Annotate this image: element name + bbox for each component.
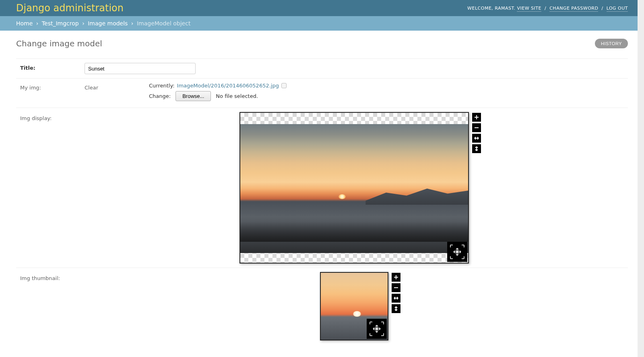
user-tools: WELCOME, RAMAST. VIEW SITE / CHANGE PASS…: [467, 6, 628, 11]
view-site-link[interactable]: VIEW SITE: [517, 6, 541, 12]
separator: /: [545, 6, 546, 11]
site-header: Django administration WELCOME, RAMAST. V…: [0, 0, 644, 16]
fit-horizontal-button[interactable]: [472, 134, 481, 143]
separator: /: [601, 6, 603, 11]
breadcrumb: Home › Test_Imgcrop › Image models › Ima…: [0, 16, 644, 31]
field-row-title: Title:: [16, 58, 628, 79]
fit-horizontal-button[interactable]: [392, 294, 400, 303]
field-row-img-display: Img display:: [16, 108, 628, 268]
move-handle[interactable]: [367, 319, 387, 339]
zoom-out-button[interactable]: [472, 123, 481, 132]
field-row-myimg: My img: Clear Currently: ImageModel/2016…: [16, 79, 628, 108]
zoom-in-button[interactable]: [392, 273, 400, 282]
no-file-text: No file selected.: [216, 93, 258, 99]
move-handle[interactable]: [447, 242, 467, 262]
fit-vertical-button[interactable]: [392, 304, 400, 313]
breadcrumb-home[interactable]: Home: [16, 20, 33, 27]
img-thumbnail-cropper[interactable]: [320, 272, 388, 340]
currently-label: Currently:: [149, 83, 175, 89]
browse-button[interactable]: Browse...: [175, 91, 211, 101]
mountains: [365, 185, 468, 205]
sun: [353, 311, 361, 317]
img-thumbnail-label: Img thumbnail:: [20, 272, 85, 340]
myimg-label: My img:: [20, 83, 85, 91]
img-display-cropper[interactable]: [239, 112, 469, 264]
zoom-out-button[interactable]: [392, 283, 400, 292]
field-row-img-thumbnail: Img thumbnail:: [16, 268, 628, 345]
content: Change image model HISTORY Title: My img…: [0, 31, 644, 353]
change-password-link[interactable]: CHANGE PASSWORD: [549, 6, 598, 12]
current-file-link[interactable]: ImageModel/2016/2014606052652.jpg: [177, 83, 279, 89]
img-display-label: Img display:: [20, 112, 85, 264]
branding: Django administration: [16, 2, 124, 14]
clear-label: Clear: [85, 83, 149, 91]
zoom-in-button[interactable]: [472, 113, 481, 122]
welcome-text: WELCOME,: [467, 6, 495, 11]
sun: [339, 194, 346, 199]
sunset-image: [240, 124, 468, 253]
shore: [240, 222, 468, 242]
breadcrumb-current: ImageModel object: [137, 20, 190, 27]
breadcrumb-model[interactable]: Image models: [88, 20, 128, 27]
fit-vertical-button[interactable]: [472, 144, 481, 153]
username: RAMAST: [495, 6, 514, 11]
title-label: Title:: [20, 63, 85, 71]
change-label: Change:: [149, 93, 171, 99]
scrollbar[interactable]: [638, 0, 644, 353]
logout-link[interactable]: LOG OUT: [607, 6, 628, 12]
breadcrumb-app[interactable]: Test_Imgcrop: [42, 20, 79, 27]
clear-checkbox[interactable]: [281, 83, 287, 88]
title-input[interactable]: [85, 63, 196, 74]
page-title: Change image model: [16, 39, 102, 48]
history-button[interactable]: HISTORY: [595, 39, 628, 48]
